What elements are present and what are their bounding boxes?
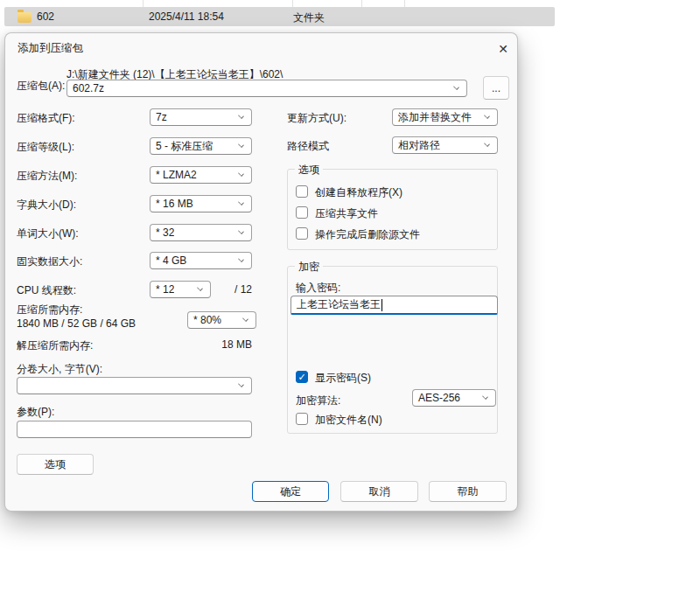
format-combo[interactable]: 7z: [150, 108, 252, 126]
encryption-method-label: 加密算法:: [296, 394, 340, 408]
chevron-down-icon: [242, 316, 248, 322]
chevron-down-icon: [453, 84, 459, 90]
volume-size-combo[interactable]: [17, 377, 252, 394]
path-mode-label: 路径模式: [287, 139, 329, 154]
archive-label: 压缩包(A):: [17, 79, 65, 94]
chevron-down-icon: [238, 199, 244, 205]
screen: 602 2025/4/11 18:54 文件夹 添加到压缩包 ✕ 压缩包(A):…: [0, 0, 700, 606]
file-name: 602: [37, 10, 54, 23]
password-label: 输入密码:: [296, 281, 340, 296]
solid-block-label: 固实数据大小:: [17, 254, 82, 269]
chevron-down-icon: [238, 113, 244, 119]
create-sfx-checkbox[interactable]: [296, 185, 308, 198]
update-mode-label: 更新方式(U):: [287, 111, 346, 126]
close-icon[interactable]: ✕: [492, 38, 514, 60]
column-divider: [404, 0, 405, 7]
compress-shared-label: 压缩共享文件: [315, 206, 378, 221]
browse-button[interactable]: ...: [483, 76, 509, 100]
update-mode-combo[interactable]: 添加并替换文件: [392, 108, 498, 126]
cpu-threads-total: / 12: [234, 283, 252, 296]
chevron-down-icon: [238, 142, 244, 148]
format-label: 压缩格式(F):: [17, 111, 75, 126]
level-combo[interactable]: 5 - 标准压缩: [150, 137, 252, 155]
memory-decompress-label: 解压缩所需内存:: [17, 338, 93, 353]
method-label: 压缩方法(M):: [17, 169, 77, 184]
memory-decompress-value: 18 MB: [206, 338, 252, 351]
dialog-title: 添加到压缩包: [18, 41, 83, 56]
chevron-down-icon: [482, 394, 488, 400]
dictionary-combo[interactable]: * 16 MB: [150, 195, 252, 212]
word-size-combo[interactable]: * 32: [150, 224, 252, 241]
file-date-modified: 2025/4/11 18:54: [149, 10, 224, 23]
volume-size-label: 分卷大小, 字节(V):: [17, 362, 102, 377]
solid-block-combo[interactable]: * 4 GB: [150, 252, 252, 269]
text-cursor: [382, 299, 382, 311]
chevron-down-icon: [238, 228, 244, 234]
options-group-title: 选项: [295, 163, 323, 178]
cpu-threads-combo[interactable]: * 12: [150, 281, 211, 298]
password-input[interactable]: 上老王论坛当老王: [290, 296, 498, 315]
method-combo[interactable]: * LZMA2: [150, 166, 252, 184]
level-label: 压缩等级(L):: [17, 140, 74, 155]
delete-after-label: 操作完成后删除源文件: [315, 227, 420, 242]
column-divider: [361, 0, 362, 7]
column-divider: [292, 0, 293, 7]
cpu-threads-label: CPU 线程数:: [17, 283, 76, 298]
dictionary-label: 字典大小(D):: [17, 198, 76, 212]
create-sfx-label: 创建自释放程序(X): [315, 185, 402, 200]
file-type: 文件夹: [293, 10, 325, 25]
delete-after-checkbox[interactable]: [296, 227, 308, 240]
encryption-method-combo[interactable]: AES-256: [412, 389, 496, 407]
column-divider: [143, 0, 144, 7]
memory-usage-combo[interactable]: * 80%: [187, 311, 256, 329]
options-button[interactable]: 选项: [17, 454, 94, 475]
chevron-down-icon: [238, 171, 244, 177]
chevron-down-icon: [238, 381, 244, 387]
password-value: 上老王论坛当老王: [297, 297, 381, 312]
chevron-down-icon: [197, 285, 203, 291]
folder-icon: [18, 12, 32, 23]
parameters-input[interactable]: [17, 421, 252, 438]
file-explorer-background: 602 2025/4/11 18:54 文件夹: [0, 0, 700, 32]
ok-button[interactable]: 确定: [252, 481, 329, 502]
path-mode-combo[interactable]: 相对路径: [392, 136, 498, 154]
compress-shared-checkbox[interactable]: [296, 206, 308, 219]
chevron-down-icon: [484, 141, 490, 147]
encrypt-filenames-checkbox[interactable]: [296, 413, 308, 425]
chevron-down-icon: [238, 256, 244, 262]
cancel-button[interactable]: 取消: [340, 481, 418, 502]
encrypt-filenames-label: 加密文件名(N): [315, 413, 382, 428]
parameters-label: 参数(P):: [17, 405, 54, 420]
show-password-label: 显示密码(S): [315, 371, 371, 386]
help-button[interactable]: 帮助: [429, 481, 507, 502]
memory-compress-label: 压缩所需内存:: [17, 303, 82, 317]
archive-name-combo[interactable]: 602.7z: [66, 80, 467, 97]
show-password-checkbox[interactable]: [296, 371, 308, 383]
encryption-group-title: 加密: [295, 260, 323, 275]
word-size-label: 单词大小(W):: [17, 226, 79, 241]
chevron-down-icon: [484, 113, 490, 119]
add-to-archive-dialog: 添加到压缩包 ✕ 压缩包(A): J:\新建文件夹 (12)\【上老王论坛当老王…: [4, 32, 518, 512]
file-row-selected[interactable]: 602 2025/4/11 18:54 文件夹: [4, 7, 555, 26]
memory-compress-detail: 1840 MB / 52 GB / 64 GB: [17, 317, 136, 330]
